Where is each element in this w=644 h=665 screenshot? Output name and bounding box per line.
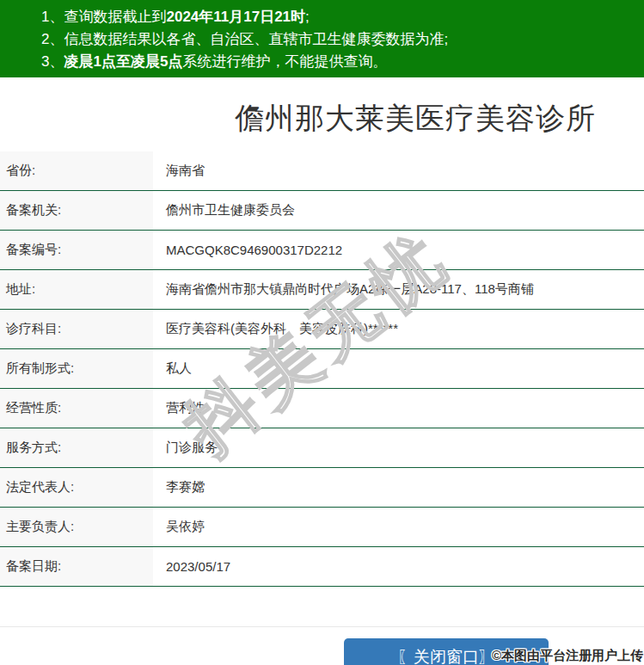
- row-label: 备案日期:: [0, 547, 153, 586]
- row-label: 经营性质:: [0, 389, 153, 428]
- row-value: 儋州市卫生健康委员会: [153, 191, 644, 230]
- row-label: 服务方式:: [0, 428, 153, 467]
- record-info-table: 省份: 海南省 备案机关: 儋州市卫生健康委员会 备案编号: MACGQK8C9…: [0, 151, 644, 587]
- notice-line-1: 1、查询数据截止到2024年11月17日21时;: [41, 6, 635, 28]
- table-row-filing-authority: 备案机关: 儋州市卫生健康委员会: [0, 191, 644, 231]
- row-label: 法定代表人:: [0, 468, 153, 507]
- notice-bold-text: 凌晨1点至凌晨5点: [64, 53, 182, 70]
- row-value: 门诊服务: [153, 428, 644, 467]
- row-value: 李赛嫦: [153, 468, 644, 507]
- row-label: 备案机关:: [0, 191, 153, 230]
- row-value: 营利性: [153, 389, 644, 428]
- row-value: 医疗美容科(美容外科、美容皮肤科)******: [153, 310, 644, 348]
- table-row-ownership-form: 所有制形式: 私人: [0, 349, 644, 389]
- notice-text: 2、信息数据结果以各省、自治区、直辖市卫生健康委数据为准;: [41, 31, 448, 47]
- notice-text: 系统进行维护，不能提供查询。: [182, 53, 387, 70]
- notice-text: 3、: [41, 53, 64, 70]
- table-row-filing-number: 备案编号: MACGQK8C946900317D2212: [0, 231, 644, 270]
- row-label: 诊疗科目:: [0, 310, 153, 348]
- notice-text: 1、查询数据截止到: [41, 9, 166, 25]
- copyright-note: ©本图由平台注册用户上传: [492, 648, 643, 664]
- row-label: 备案编号:: [0, 231, 153, 269]
- row-value: 吴依婷: [153, 508, 644, 546]
- notice-line-2: 2、信息数据结果以各省、自治区、直辖市卫生健康委数据为准;: [41, 28, 635, 51]
- notice-text: ;: [305, 9, 310, 25]
- notice-line-3: 3、凌晨1点至凌晨5点系统进行维护，不能提供查询。: [41, 51, 635, 73]
- row-value: 海南省儋州市那大镇鼎尚时代广场A2栋一层A28-117、118号商铺: [153, 270, 644, 309]
- row-label: 所有制形式:: [0, 349, 153, 388]
- table-row-filing-date: 备案日期: 2023/05/17: [0, 547, 644, 587]
- row-value: MACGQK8C946900317D2212: [153, 231, 644, 269]
- footer-divider: [0, 626, 644, 627]
- table-row-legal-representative: 法定代表人: 李赛嫦: [0, 468, 644, 508]
- table-row-service-mode: 服务方式: 门诊服务: [0, 428, 644, 468]
- title-wrap: 儋州那大莱美医疗美容诊所: [0, 77, 644, 151]
- table-row-treatment-subjects: 诊疗科目: 医疗美容科(美容外科、美容皮肤科)******: [0, 310, 644, 349]
- row-label: 地址:: [0, 270, 153, 309]
- notice-banner: 1、查询数据截止到2024年11月17日21时; 2、信息数据结果以各省、自治区…: [0, 0, 644, 77]
- clinic-title: 儋州那大莱美医疗美容诊所: [235, 99, 596, 139]
- table-row-province: 省份: 海南省: [0, 151, 644, 191]
- notice-bold-text: 2024年11月17日21时: [166, 9, 305, 25]
- row-value: 海南省: [153, 151, 644, 190]
- table-row-principal-person: 主要负责人: 吴依婷: [0, 508, 644, 547]
- table-row-address: 地址: 海南省儋州市那大镇鼎尚时代广场A2栋一层A28-117、118号商铺: [0, 270, 644, 310]
- row-label: 主要负责人:: [0, 508, 153, 546]
- row-value: 2023/05/17: [153, 547, 644, 586]
- table-row-business-nature: 经营性质: 营利性: [0, 389, 644, 428]
- row-label: 省份:: [0, 151, 153, 190]
- query-result-page: 1、查询数据截止到2024年11月17日21时; 2、信息数据结果以各省、自治区…: [0, 0, 644, 665]
- row-value: 私人: [153, 349, 644, 388]
